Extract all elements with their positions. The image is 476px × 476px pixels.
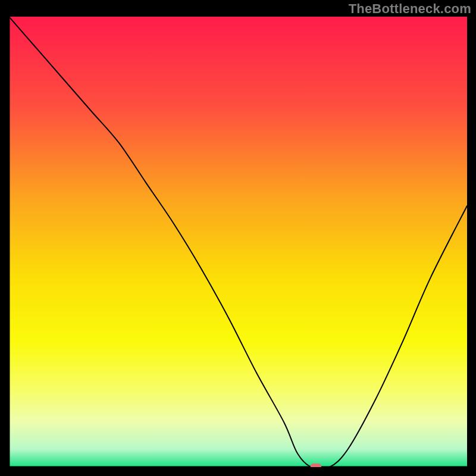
- bottleneck-chart: [9, 17, 467, 467]
- chart-svg: [9, 17, 467, 467]
- minimum-marker: [311, 464, 321, 467]
- chart-background: [9, 17, 467, 467]
- watermark-text: TheBottleneck.com: [349, 1, 471, 17]
